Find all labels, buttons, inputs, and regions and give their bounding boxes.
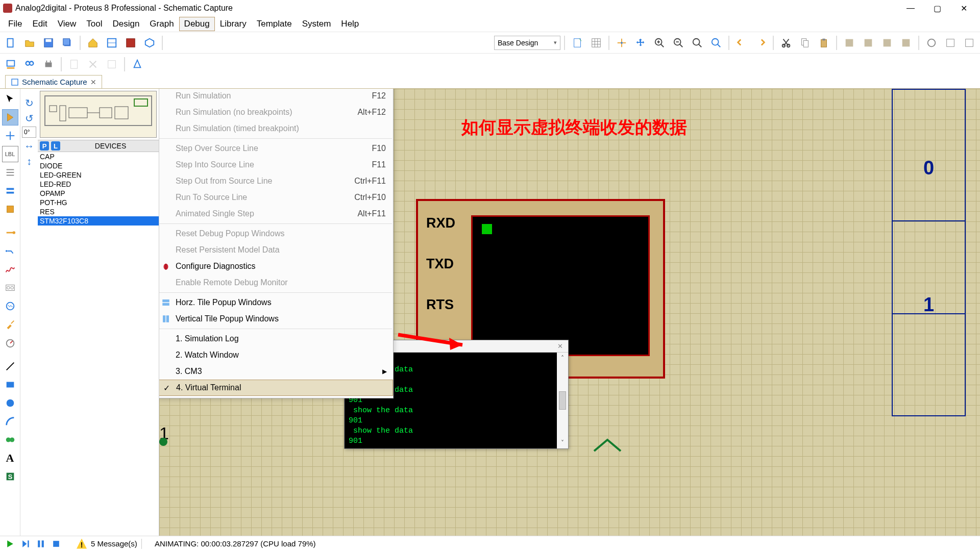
- device-item[interactable]: CAP: [38, 152, 159, 161]
- zoom-all-button[interactable]: [689, 34, 706, 52]
- rotate-cw-button[interactable]: ↻: [22, 96, 36, 110]
- terminal-scrollbar[interactable]: ˄ ˅: [557, 353, 568, 448]
- rotation-input[interactable]: 0°: [22, 127, 36, 138]
- bus-tool[interactable]: [2, 183, 18, 199]
- decompose-button[interactable]: [84, 56, 102, 73]
- label-tool[interactable]: LBL: [2, 146, 18, 162]
- library-browse-button[interactable]: [942, 34, 959, 52]
- menu-view[interactable]: View: [53, 17, 82, 31]
- open-file-button[interactable]: [21, 34, 38, 52]
- tab-schematic-capture[interactable]: Schematic Capture ✕: [5, 75, 102, 88]
- rect-tool[interactable]: [2, 377, 18, 393]
- debug-menu-item[interactable]: 3. CM3▶: [159, 363, 393, 380]
- arc-tool[interactable]: [2, 413, 18, 430]
- component-tool[interactable]: [2, 109, 18, 126]
- schematic-button[interactable]: [103, 34, 120, 52]
- text-tool[interactable]: A: [2, 450, 18, 466]
- debug-menu-item[interactable]: Vertical Tile Popup Windows: [159, 311, 393, 327]
- save-button[interactable]: [40, 34, 57, 52]
- zoom-area-button[interactable]: [707, 34, 725, 52]
- terminals-button[interactable]: [2, 56, 19, 73]
- device-item[interactable]: POT-HG: [38, 198, 159, 207]
- device-item[interactable]: LED-RED: [38, 180, 159, 189]
- undo-button[interactable]: [733, 34, 750, 52]
- save-all-button[interactable]: [59, 34, 76, 52]
- mirror-h-button[interactable]: ↔: [22, 139, 36, 153]
- rotate-ccw-button[interactable]: ↺: [22, 111, 36, 126]
- menu-library[interactable]: Library: [215, 17, 252, 31]
- debug-menu-item[interactable]: ✓4. Virtual Terminal: [159, 380, 393, 396]
- menu-tool[interactable]: Tool: [81, 17, 107, 31]
- schematic-overview[interactable]: [40, 91, 157, 138]
- path-tool[interactable]: [2, 432, 18, 448]
- menu-file[interactable]: File: [3, 17, 27, 31]
- menu-debug[interactable]: Debug: [179, 17, 215, 31]
- block-rotate-button[interactable]: [878, 34, 896, 52]
- debug-menu-item[interactable]: Horz. Tile Popup Windows: [159, 294, 393, 311]
- terminal-close-button[interactable]: ✕: [555, 341, 565, 352]
- debug-menu-item[interactable]: 1. Simulation Log: [159, 331, 393, 347]
- scroll-up-button[interactable]: ˄: [561, 355, 564, 362]
- scroll-thumb[interactable]: [559, 391, 566, 410]
- menu-template[interactable]: Template: [252, 17, 297, 31]
- zoom-in-button[interactable]: [651, 34, 668, 52]
- canvas[interactable]: Start VSM DebuggingCtrl+F12Pause VSM Deb…: [159, 89, 980, 536]
- generator-tool[interactable]: [2, 298, 18, 314]
- make-device-button[interactable]: [103, 56, 120, 73]
- property-button[interactable]: [40, 56, 57, 73]
- device-item[interactable]: LED-GREEN: [38, 170, 159, 180]
- menu-help[interactable]: Help: [336, 17, 364, 31]
- menu-design[interactable]: Design: [107, 17, 144, 31]
- terminals-mode[interactable]: [2, 224, 18, 241]
- tab-close-button[interactable]: ✕: [90, 78, 96, 86]
- pcb-button[interactable]: [122, 34, 139, 52]
- pan-button[interactable]: [632, 34, 649, 52]
- device-item[interactable]: DIODE: [38, 161, 159, 170]
- subcircuit-tool[interactable]: [2, 201, 18, 217]
- step-button[interactable]: [18, 537, 33, 550]
- cut-button[interactable]: [777, 34, 795, 52]
- library-button[interactable]: [923, 34, 940, 52]
- redo-button[interactable]: [752, 34, 769, 52]
- package-button[interactable]: [65, 56, 83, 73]
- library-button-small[interactable]: L: [51, 141, 60, 151]
- library-make-button[interactable]: [961, 34, 978, 52]
- junction-tool[interactable]: [2, 128, 18, 144]
- status-messages[interactable]: 5 Message(s): [91, 539, 137, 548]
- mirror-v-button[interactable]: ↕: [22, 154, 36, 168]
- block-delete-button[interactable]: [897, 34, 915, 52]
- zoom-out-button[interactable]: [670, 34, 687, 52]
- paste-button[interactable]: [815, 34, 832, 52]
- menu-graph[interactable]: Graph: [144, 17, 179, 31]
- line-tool[interactable]: [2, 358, 18, 374]
- symbol-tool[interactable]: S: [2, 468, 18, 485]
- menu-edit[interactable]: Edit: [27, 17, 52, 31]
- device-pin-tool[interactable]: [2, 243, 18, 259]
- probe-tool[interactable]: [2, 316, 18, 333]
- circle-tool[interactable]: [2, 395, 18, 411]
- debug-menu-item[interactable]: Configure Diagnostics: [159, 258, 393, 274]
- new-file-button[interactable]: [2, 34, 19, 52]
- stop-button[interactable]: [49, 537, 63, 550]
- maximize-button[interactable]: ▢: [924, 1, 950, 16]
- warning-icon[interactable]: !: [77, 539, 87, 549]
- pick-device-button[interactable]: P: [40, 141, 49, 151]
- device-item[interactable]: RES: [38, 207, 159, 216]
- 3d-button[interactable]: [141, 34, 158, 52]
- tape-tool[interactable]: [2, 280, 18, 296]
- graph-tool[interactable]: [2, 261, 18, 278]
- debug-menu-item[interactable]: 2. Watch Window: [159, 347, 393, 363]
- minimize-button[interactable]: —: [897, 1, 924, 16]
- scroll-down-button[interactable]: ˅: [561, 439, 564, 446]
- origin-button[interactable]: [613, 34, 630, 52]
- run-button[interactable]: [3, 537, 17, 550]
- block-copy-button[interactable]: [841, 34, 858, 52]
- sheet-button[interactable]: [569, 34, 586, 52]
- selection-tool[interactable]: [2, 91, 18, 107]
- find-button[interactable]: [21, 56, 38, 73]
- device-item[interactable]: OPAMP: [38, 189, 159, 198]
- pause-button[interactable]: [34, 537, 48, 550]
- instrument-tool[interactable]: [2, 335, 18, 351]
- menu-system[interactable]: System: [297, 17, 336, 31]
- compile-button[interactable]: [129, 56, 146, 73]
